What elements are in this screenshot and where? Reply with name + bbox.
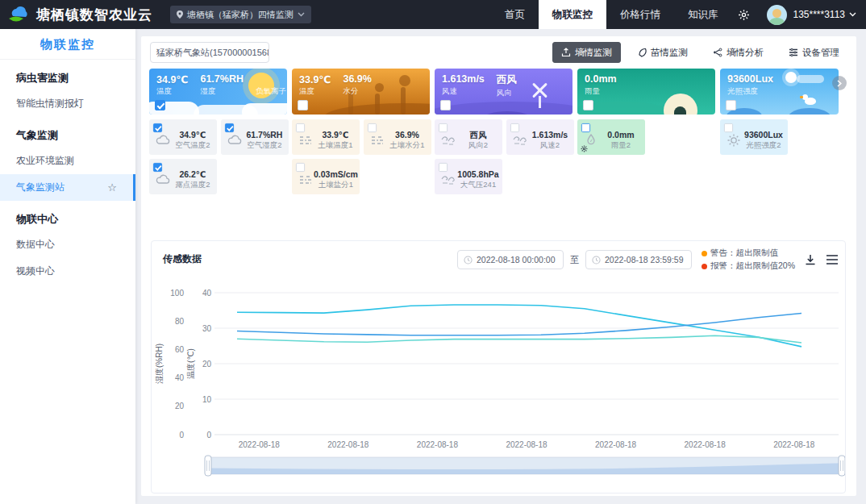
top-header: 塘栖镇数智农业云 塘栖镇（猛家桥）四情监测 首页 物联监控 价格行情 知识库 1…	[0, 0, 866, 29]
settings-gear-icon[interactable]	[731, 9, 756, 21]
soil-monitoring-button[interactable]: 墒情监测	[552, 42, 621, 63]
svg-text:2022-08-18: 2022-08-18	[685, 440, 727, 449]
nav-home[interactable]: 首页	[491, 0, 539, 29]
sun-icon	[726, 132, 742, 148]
user-menu[interactable]: 135****3113	[793, 9, 856, 20]
metric-value: 34.9℃	[156, 73, 188, 85]
metric-label: 风速	[442, 86, 485, 97]
svg-text:2022-08-18: 2022-08-18	[327, 440, 369, 449]
screen: 塘栖镇数智农业云 塘栖镇（猛家桥）四情监测 首页 物联监控 价格行情 知识库 1…	[0, 0, 866, 504]
svg-text:20: 20	[175, 402, 185, 410]
bird-illustration	[805, 98, 816, 105]
tile-checkbox[interactable]	[153, 163, 162, 172]
clock-icon	[464, 256, 473, 264]
metric-label: 光照强度	[727, 86, 773, 97]
cloud-icon	[227, 132, 243, 148]
svg-text:2022-08-18: 2022-08-18	[506, 440, 547, 449]
sidebar-group-pest: 病虫害监测	[0, 60, 135, 90]
tile-checkbox[interactable]	[510, 123, 519, 132]
range-separator: 至	[570, 254, 579, 266]
user-avatar[interactable]	[767, 5, 787, 25]
weather-card-rain: 0.0mm雨量	[577, 69, 715, 115]
weather-card-air: 34.9℃温度 61.7%RH湿度 负氧离子	[149, 69, 287, 115]
svg-text:60: 60	[175, 345, 185, 354]
tile-checkbox[interactable]	[153, 123, 162, 132]
sidebar-item-weather-station[interactable]: 气象监测站 ☆	[0, 174, 135, 201]
sensor-tile-air-pressure: 1005.8hPa大气压241	[435, 159, 502, 194]
tile-settings-gear-icon[interactable]	[581, 145, 588, 152]
metric-value: 1.613m/s	[442, 73, 485, 85]
device-management-button[interactable]: 设备管理	[780, 42, 848, 63]
datazoom-slider[interactable]	[208, 456, 845, 477]
clock-icon	[592, 256, 601, 264]
svg-text:0: 0	[206, 431, 211, 439]
sensor-tile-wind-direction: 西风风向2	[435, 119, 502, 155]
seedling-monitoring-button[interactable]: 苗情监测	[628, 42, 697, 63]
tile-checkbox[interactable]	[439, 123, 448, 132]
date-to-input[interactable]: 2022-08-18 23:59:59	[585, 250, 692, 269]
metric-label: 负氧离子	[256, 86, 286, 97]
chevron-right-icon	[837, 80, 842, 87]
sidebar-title: 物联监控	[0, 29, 135, 60]
metric-label: 雨量	[585, 86, 617, 97]
sensor-tile-rainfall: 0.0mm雨量2	[577, 119, 645, 155]
soil-analysis-button[interactable]: 墒情分析	[704, 42, 772, 63]
wind-icon	[440, 172, 456, 188]
card-checkbox-rain[interactable]	[583, 100, 593, 110]
tile-checkbox[interactable]	[724, 123, 733, 132]
svg-text:80: 80	[175, 317, 185, 326]
warning-dot	[702, 251, 707, 256]
wind-icon	[440, 132, 456, 148]
sensor-line-chart: 020406080100010203040湿度(%RH)温度(℃)2022-08…	[152, 277, 845, 478]
soil-layers-icon	[298, 172, 314, 188]
sun-illustration	[785, 72, 797, 83]
soil-layers-icon	[298, 132, 314, 148]
data-list-icon[interactable]	[826, 254, 839, 265]
map-pin-icon	[177, 10, 183, 19]
nav-iot-monitoring[interactable]: 物联监控	[539, 0, 606, 29]
threshold-legend: 警告：超出限制值 报警：超出限制值20%	[702, 248, 795, 272]
metric-value: 61.7%RH	[200, 73, 244, 85]
sensor-data-card: 传感数据 2022-08-18 00:00:00 至 2022-08-18 23…	[151, 240, 846, 494]
sidebar-item-insect-lamp[interactable]: 智能虫情测报灯	[0, 90, 135, 117]
weather-card-wind: 1.613m/s风速 西风风向	[435, 69, 572, 115]
wind-icon	[512, 132, 528, 148]
nav-knowledge-base[interactable]: 知识库	[674, 0, 732, 29]
sensor-tile-soil-moisture: 36.9%土壤水分1	[364, 119, 431, 155]
sidebar-group-weather: 气象监测	[0, 117, 135, 148]
sensor-tile-light-intensity: 93600Lux光照强度2	[720, 119, 788, 155]
star-icon[interactable]: ☆	[107, 182, 117, 193]
monitor-icon	[561, 48, 571, 57]
station-select[interactable]: 猛家桥气象站(157000001568	[150, 42, 269, 63]
header-nav: 首页 物联监控 价格行情 知识库 135****3113	[491, 0, 866, 29]
tile-checkbox[interactable]	[581, 123, 590, 132]
cloud-leaf-logo-icon	[8, 6, 30, 23]
chart-title: 传感数据	[163, 252, 202, 266]
metric-value: 0.0mm	[585, 73, 617, 85]
card-checkbox-light[interactable]	[726, 100, 736, 110]
cloud-icon	[155, 172, 171, 188]
svg-text:10: 10	[202, 395, 212, 404]
download-icon[interactable]	[804, 253, 817, 266]
cloud-icon	[155, 132, 171, 148]
card-checkbox-soil[interactable]	[298, 100, 308, 110]
card-checkbox-wind[interactable]	[440, 100, 451, 110]
sensor-tile-wind-speed: 1.613m/s风速2	[506, 119, 574, 155]
sensor-tile-soil-salinity: 0.03mS/cm土壤盐分1	[292, 159, 360, 194]
tile-checkbox[interactable]	[225, 123, 234, 132]
location-selector[interactable]: 塘栖镇（猛家桥）四情监测	[170, 6, 311, 23]
date-from-input[interactable]: 2022-08-18 00:00:00	[457, 250, 564, 269]
sensor-tile-air-temp: 34.9℃空气温度2	[149, 119, 217, 155]
sidebar-item-agri-env[interactable]: 农业环境监测	[0, 148, 135, 174]
nav-price-market[interactable]: 价格行情	[606, 0, 674, 29]
cards-next-button[interactable]	[832, 76, 847, 90]
card-checkbox-air[interactable]	[155, 100, 165, 110]
tile-checkbox[interactable]	[296, 163, 305, 172]
tile-checkbox[interactable]	[296, 123, 305, 132]
sidebar-item-video-center[interactable]: 视频中心	[0, 258, 135, 285]
tile-checkbox[interactable]	[439, 163, 448, 172]
tile-checkbox[interactable]	[368, 123, 377, 132]
weather-card-soil: 33.9℃温度 36.9%水分	[292, 69, 430, 115]
sidebar-item-data-center[interactable]: 数据中心	[0, 231, 135, 258]
svg-text:100: 100	[170, 289, 184, 298]
